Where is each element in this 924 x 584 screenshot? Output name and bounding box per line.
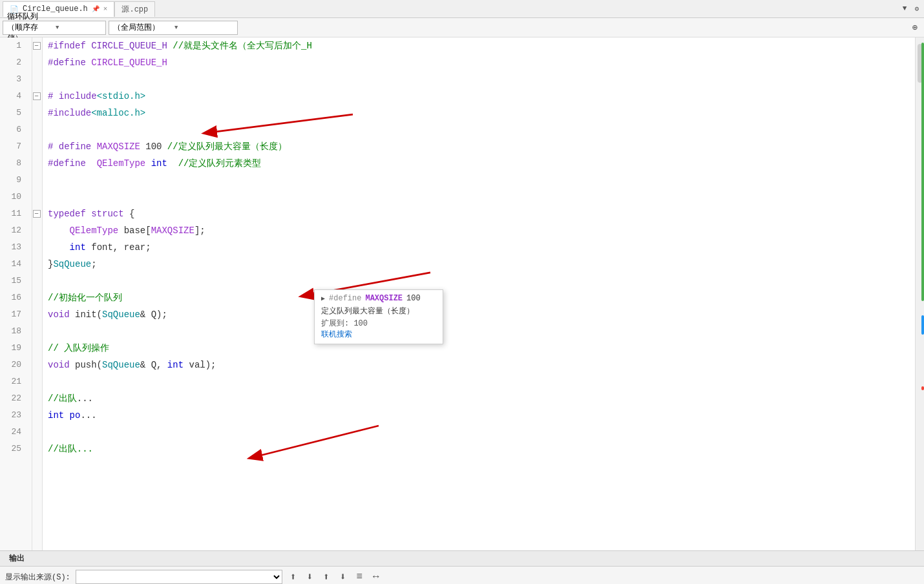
code-token: ...: [77, 390, 93, 407]
line-number-4: 4: [0, 88, 26, 105]
output-btn-5[interactable]: ≡: [353, 570, 365, 584]
fold-button-11[interactable]: −: [33, 210, 41, 218]
fold-gutter-13: [32, 239, 42, 256]
code-token: CIRCLE_QUEUE_H: [91, 54, 167, 71]
code-line-7[interactable]: # define MAXQSIZE 100 //定义队列最大容量（长度）: [48, 138, 915, 155]
code-line-14[interactable]: }SqQueue;: [48, 256, 915, 273]
line-number-18: 18: [0, 323, 26, 340]
code-line-11[interactable]: typedef struct {: [48, 205, 915, 222]
fold-gutter-14: [32, 256, 42, 273]
code-line-17[interactable]: void init(SqQueue& Q);: [48, 306, 915, 323]
scroll-marker-blue: [921, 315, 924, 335]
code-line-2[interactable]: #define CIRCLE_QUEUE_H: [48, 54, 915, 71]
code-token: SqQueue: [53, 256, 91, 273]
code-token: <malloc.h>: [91, 105, 145, 121]
output-btn-4[interactable]: ⬇: [337, 569, 349, 584]
code-token: ;: [91, 256, 96, 273]
output-panel: 输出 显示输出来源(S): ⬆ ⬇ ⬆ ⬇ ≡ ↔: [0, 550, 924, 584]
fold-gutter-8: [32, 155, 42, 172]
code-line-4[interactable]: # include<stdio.h>: [48, 88, 915, 105]
code-line-10[interactable]: [48, 189, 915, 205]
fold-button-1[interactable]: −: [33, 42, 41, 50]
code-line-22[interactable]: //出队...: [48, 390, 915, 407]
fold-gutter-22: [32, 390, 42, 407]
code-token: & Q,: [140, 357, 167, 373]
code-line-24[interactable]: [48, 424, 915, 441]
code-token: MAXQSIZE: [97, 138, 140, 155]
code-token: SqQueue: [102, 306, 140, 323]
code-token: QElemType: [97, 155, 146, 172]
code-line-1[interactable]: #ifndef CIRCLE_QUEUE_H //就是头文件名（全大写后加个_H: [48, 37, 915, 54]
code-line-16[interactable]: //初始化一个队列: [48, 289, 915, 306]
code-line-8[interactable]: #define QElemType int //定义队列元素类型: [48, 155, 915, 172]
fold-gutter-5: [32, 105, 42, 121]
fold-gutter-18: [32, 323, 42, 340]
output-tab-label[interactable]: 输出: [5, 552, 28, 565]
fold-gutter-1[interactable]: −: [32, 37, 42, 54]
line-number-2: 2: [0, 54, 26, 71]
fold-gutter-11[interactable]: −: [32, 205, 42, 222]
output-btn-2[interactable]: ⬇: [304, 569, 315, 584]
code-token: #define: [48, 155, 97, 172]
right-scrollbar[interactable]: [915, 37, 924, 550]
code-line-13[interactable]: int font, rear;: [48, 239, 915, 256]
code-line-3[interactable]: [48, 71, 915, 88]
fold-gutter-10: [32, 189, 42, 205]
code-line-25[interactable]: //出队...: [48, 441, 915, 457]
code-line-20[interactable]: void push(SqQueue& Q, int val);: [48, 357, 915, 373]
code-line-15[interactable]: [48, 273, 915, 289]
line-number-13: 13: [0, 239, 26, 256]
code-token: struct: [91, 205, 129, 222]
dropdown-arrow-btn[interactable]: ▼: [900, 3, 910, 14]
line-number-16: 16: [0, 289, 26, 306]
pin-btn[interactable]: ⊕: [908, 21, 921, 34]
tooltip-value: 100: [406, 294, 421, 303]
code-token: //初始化一个队列: [48, 289, 122, 306]
code-token: //出队...: [48, 441, 93, 457]
output-content: 显示输出来源(S): ⬆ ⬇ ⬆ ⬇ ≡ ↔: [0, 567, 924, 584]
scope-dropdown-1[interactable]: 循环队列（顺序存储） ▼: [3, 21, 106, 35]
code-line-6[interactable]: [48, 121, 915, 138]
tooltip-description: 定义队列最大容量（长度）: [321, 306, 436, 317]
code-token: #include: [48, 105, 91, 121]
scroll-marker-red: [921, 386, 924, 390]
tab-cpp[interactable]: 源.cpp: [114, 1, 155, 17]
fold-gutter: −−−: [32, 37, 43, 550]
code-line-18[interactable]: [48, 323, 915, 340]
code-token: }: [48, 256, 53, 273]
code-area[interactable]: #ifndef CIRCLE_QUEUE_H //就是头文件名（全大写后加个_H…: [43, 37, 915, 550]
line-number-25: 25: [0, 441, 26, 457]
code-line-23[interactable]: int po...: [48, 407, 915, 424]
code-line-12[interactable]: QElemType base[MAXQSIZE];: [48, 222, 915, 239]
tab-close-button[interactable]: ×: [103, 5, 108, 13]
code-token: #ifndef CIRCLE_QUEUE_H: [48, 37, 173, 54]
fold-gutter-9: [32, 172, 42, 189]
code-token: void: [48, 306, 70, 323]
output-btn-6[interactable]: ↔: [370, 570, 382, 584]
code-line-19[interactable]: // 入队列操作: [48, 340, 915, 357]
line-number-9: 9: [0, 172, 26, 189]
tooltip-link[interactable]: 联机搜索: [321, 329, 436, 340]
line-number-19: 19: [0, 340, 26, 357]
line-number-12: 12: [0, 222, 26, 239]
fold-button-4[interactable]: −: [33, 92, 41, 100]
code-token: [48, 222, 70, 239]
code-line-21[interactable]: [48, 373, 915, 390]
code-token: {: [129, 205, 134, 222]
code-token: MAXQSIZE: [151, 222, 194, 239]
settings-btn[interactable]: ⚙: [912, 3, 921, 14]
scope-dropdown-2[interactable]: （全局范围） ▼: [109, 21, 238, 35]
fold-gutter-2: [32, 54, 42, 71]
fold-gutter-4[interactable]: −: [32, 88, 42, 105]
code-token: # define: [48, 138, 97, 155]
line-number-14: 14: [0, 256, 26, 273]
output-source-select[interactable]: [76, 570, 282, 584]
output-btn-3[interactable]: ⬆: [320, 569, 332, 584]
output-btn-1[interactable]: ⬆: [288, 569, 299, 584]
fold-gutter-3: [32, 71, 42, 88]
code-line-5[interactable]: #include<malloc.h>: [48, 105, 915, 121]
line-number-1: 1: [0, 37, 26, 54]
code-line-9[interactable]: [48, 172, 915, 189]
tooltip-macro-name: MAXQSIZE: [365, 294, 403, 303]
code-token: //定义队列元素类型: [178, 155, 262, 172]
